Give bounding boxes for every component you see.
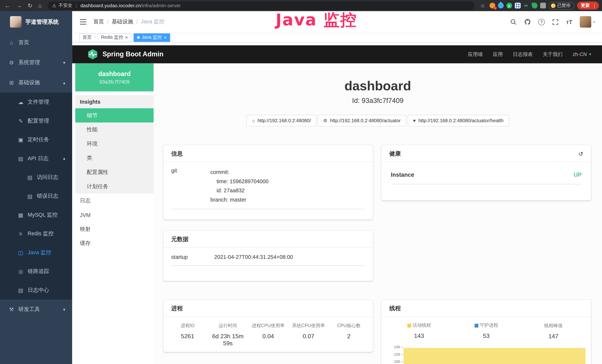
sba-nav-journal[interactable]: 日志报表: [513, 51, 533, 58]
sba-brand-title[interactable]: Spring Boot Admin: [103, 50, 163, 58]
sidebar-item-file-manage[interactable]: ☁ 文件管理: [0, 93, 72, 111]
sidebar-item-error-logs[interactable]: ▤ 错误日志: [0, 187, 72, 205]
tag-label: Java 监控: [142, 34, 162, 41]
address-bar[interactable]: ⚠ 不安全 dashboard.yudao.iocoder.cn/infra/a…: [47, 1, 474, 10]
extension-leaf-icon[interactable]: [532, 3, 537, 8]
browser-back-icon[interactable]: ←: [3, 3, 12, 8]
sidebar-item-redis-monitor[interactable]: ≡ Redis 监控: [0, 224, 72, 243]
extension-drop-icon[interactable]: [496, 1, 505, 10]
sba-menu-metrics[interactable]: 性能: [75, 123, 153, 137]
sba-nav-about[interactable]: 关于我们: [543, 51, 563, 58]
extension-on-icon[interactable]: on: [523, 3, 529, 8]
close-icon[interactable]: ×: [164, 35, 167, 40]
sba-menu-config-props[interactable]: 配置属性: [75, 165, 153, 179]
sidebar-item-link-trace[interactable]: ◎ 链路追踪: [0, 262, 72, 280]
sba-nav-applications[interactable]: 应用: [493, 51, 503, 58]
sidebar-item-config-manage[interactable]: ✎ 配置管理: [0, 111, 72, 130]
sidebar-item-log-center[interactable]: ▤ 日志中心: [0, 281, 72, 300]
font-size-icon[interactable]: тT: [566, 19, 572, 25]
health-row-instance[interactable]: Instance UP: [391, 167, 582, 184]
url-text[interactable]: dashboard.yudao.iocoder.cn/infra/admin-s…: [80, 3, 181, 8]
sba-instance-block[interactable]: dashboard 93a3fc7f7409: [75, 64, 153, 91]
sidebar-item-label: Redis 监控: [28, 230, 54, 237]
sidebar-item-access-logs[interactable]: ▤ 访问日志: [0, 168, 72, 187]
sba-nav-wall[interactable]: 应用墙: [468, 51, 483, 58]
search-icon[interactable]: [510, 19, 517, 25]
sidebar-item-label: 链路追踪: [28, 268, 49, 275]
chart-tick-mark: [401, 362, 403, 362]
user-avatar-menu[interactable]: ▾: [580, 16, 595, 28]
extension-green-y-icon[interactable]: y: [506, 3, 512, 8]
browser-home-icon[interactable]: ⌂: [37, 3, 43, 8]
page-title: dashboard: [153, 78, 602, 93]
profile-paused-badge[interactable]: 已暂停: [548, 2, 574, 9]
sidebar-item-label: 定时任务: [28, 136, 49, 143]
extensions-puzzle-icon[interactable]: [540, 3, 546, 8]
pencil-icon: ✎: [18, 118, 24, 124]
sba-menu-environment[interactable]: 环境: [75, 137, 153, 151]
sidebar-item-home[interactable]: ⌂ 首页: [0, 33, 72, 53]
browser-refresh-icon[interactable]: ↻: [26, 3, 34, 8]
sba-section-title: Insights: [75, 95, 153, 108]
sba-body: dashboard 93a3fc7f7409 Insights 细节 性能 环境…: [72, 64, 602, 364]
instance-actuator-link[interactable]: ⚙ http://192.168.0.2:48080/actuator: [318, 115, 406, 126]
extension-orange-icon[interactable]: 1: [489, 3, 495, 8]
sba-header: Spring Boot Admin 应用墙 应用 日志报表 关于我们 zh-CN…: [72, 45, 602, 63]
sba-menu-details[interactable]: 细节: [75, 108, 153, 123]
history-icon[interactable]: ↺: [578, 150, 583, 157]
tag-java-monitor[interactable]: Java 监控 ×: [134, 33, 170, 42]
close-icon[interactable]: ×: [125, 35, 128, 40]
process-stat-uptime: 运行时间 6d 23h 15m 59s: [208, 322, 248, 347]
security-warning-icon[interactable]: ⚠: [52, 3, 56, 8]
sba-menu-logs[interactable]: 日志: [75, 193, 153, 208]
hamburger-icon[interactable]: [79, 18, 87, 26]
chart-tick-mark: [401, 347, 403, 347]
security-label[interactable]: 不安全: [59, 2, 73, 9]
monitor-icon: ◫: [18, 249, 24, 256]
sba-locale-select[interactable]: zh-CN ▾: [573, 51, 591, 57]
fullscreen-icon[interactable]: [552, 19, 559, 25]
spring-boot-admin-logo-icon[interactable]: [87, 49, 98, 60]
breadcrumb-item[interactable]: 基础设施: [112, 18, 133, 25]
tag-home[interactable]: 首页: [79, 33, 95, 42]
threads-card: 线程 活动线程 143 守护进程 53: [381, 300, 591, 364]
browser-forward-icon[interactable]: →: [15, 3, 23, 8]
sidebar-item-cron-jobs[interactable]: ▣ 定时任务: [0, 130, 72, 149]
instance-base-url-link[interactable]: ⌂ http://192.168.0.2:48080/: [247, 115, 316, 126]
app-sidebar: 芋道管理系统 ⌂ 首页 ⚙ 系统管理 ▾ ⊞ 基础设施 ▴: [0, 11, 72, 364]
sba-content: dashboard Id: 93a3fc7f7409 ⌂ http://192.…: [153, 64, 602, 364]
threads-stat-daemon: 守护进程 53: [452, 322, 520, 340]
git-commit-time: time: 1596289704000: [210, 177, 365, 186]
process-stat-pid: 进程ID 5261: [167, 322, 208, 347]
sba-menu-classes[interactable]: 类: [75, 151, 153, 165]
sba-nav: 应用墙 应用 日志报表 关于我们 zh-CN ▾: [468, 51, 591, 58]
chevron-down-icon: ▾: [63, 60, 65, 65]
link-label: http://192.168.0.2:48080/actuator: [330, 118, 401, 123]
tag-redis-monitor[interactable]: Redis 监控 ×: [97, 33, 131, 42]
sba-menu-jvm[interactable]: JVM: [75, 208, 153, 222]
sidebar-item-mysql-monitor[interactable]: ▦ MySQL 监控: [0, 205, 72, 224]
extension-grid-icon[interactable]: [515, 3, 520, 8]
sidebar-item-api-logs[interactable]: ▤ API 日志 ▴: [0, 149, 72, 168]
help-icon[interactable]: ?: [538, 19, 545, 25]
sba-menu-mappings[interactable]: 映射: [75, 222, 153, 236]
sidebar-item-label: 配置管理: [28, 117, 49, 124]
instance-health-link[interactable]: ♥ http://192.168.0.2:48080/actuator/heal…: [408, 115, 509, 126]
sidebar-item-java-monitor[interactable]: ◫ Java 监控: [0, 243, 72, 262]
avatar[interactable]: [580, 16, 591, 28]
stat-label: 运行时间: [219, 322, 237, 329]
sidebar-item-devtools[interactable]: ⚒ 研发工具 ▾: [0, 300, 72, 320]
document-icon: ▤: [18, 287, 24, 293]
sidebar-item-infra[interactable]: ⊞ 基础设施 ▴: [0, 73, 72, 93]
sidebar-item-system[interactable]: ⚙ 系统管理 ▾: [0, 53, 72, 73]
bookmark-star-icon[interactable]: ☆: [479, 3, 487, 8]
browser-update-button[interactable]: 更新⋮: [577, 1, 599, 10]
content-gap: [72, 43, 602, 45]
app-logo-row[interactable]: 芋道管理系统: [0, 11, 72, 33]
sba-menu-caches[interactable]: 缓存: [75, 236, 153, 250]
breadcrumb-item[interactable]: 首页: [93, 18, 104, 25]
github-icon[interactable]: [524, 18, 531, 25]
tag-label: Redis 监控: [101, 34, 123, 41]
sba-menu-scheduled-tasks[interactable]: 计划任务: [75, 179, 153, 193]
breadcrumb-separator: /: [107, 19, 109, 25]
